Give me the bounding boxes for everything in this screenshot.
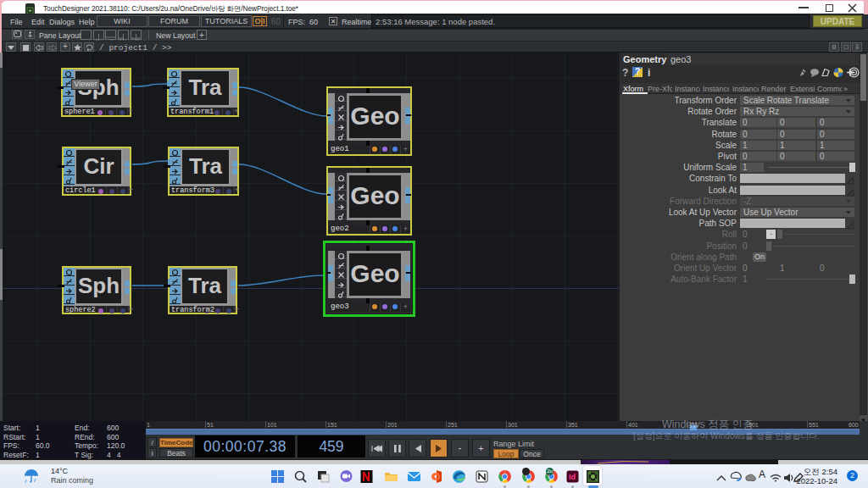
svg-text:Id: Id xyxy=(569,473,576,481)
